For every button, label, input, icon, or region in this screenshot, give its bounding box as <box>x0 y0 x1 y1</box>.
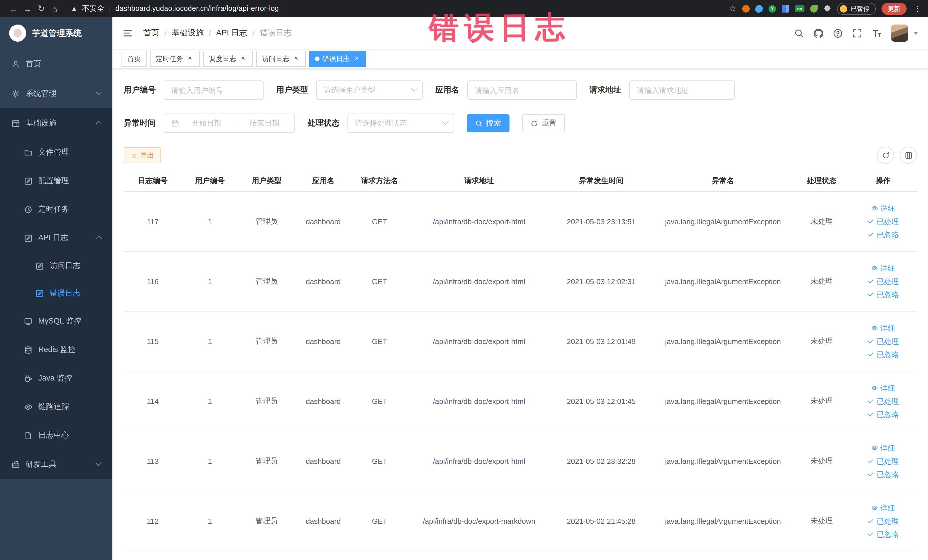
tab-job-log[interactable]: 调度日志× <box>203 51 253 67</box>
action-label: 详细 <box>881 202 895 215</box>
sidebar-item-label: 基础设施 <box>26 118 56 128</box>
sidebar-item-mysql[interactable]: MySQL 监控 <box>0 307 112 336</box>
help-icon[interactable] <box>833 28 843 38</box>
detail-link[interactable]: 详细 <box>852 381 914 395</box>
search-button-label: 搜索 <box>486 118 501 128</box>
media-paused-chip[interactable]: 已暂停 <box>837 3 876 15</box>
sidebar-item-job[interactable]: 定时任务 <box>0 195 112 224</box>
app-name-input[interactable] <box>467 81 577 100</box>
action-label: 已忽略 <box>877 468 899 481</box>
browser-menu-dots-icon[interactable]: ⋮ <box>913 4 922 13</box>
hamburger-icon[interactable] <box>123 28 133 38</box>
tab-close-icon[interactable]: × <box>239 55 247 63</box>
tab-close-icon[interactable]: × <box>292 55 300 63</box>
app-logo-row[interactable]: 芋道管理系统 <box>0 17 112 49</box>
extension-droplet-icon[interactable] <box>756 5 763 12</box>
home-icon[interactable]: ⌂ <box>48 2 62 15</box>
sidebar-item-api-log[interactable]: API 日志 <box>0 224 112 252</box>
breadcrumb-item[interactable]: 基础设施 <box>172 28 204 38</box>
extension-on-icon[interactable]: on <box>795 5 804 12</box>
sidebar-item-access-log[interactable]: 访问日志 <box>0 252 112 279</box>
search-icon[interactable] <box>794 28 804 38</box>
ignored-link[interactable]: 已忽略 <box>852 468 914 481</box>
address-separator: | <box>109 4 111 13</box>
tab-access-log[interactable]: 访问日志× <box>256 51 306 67</box>
ignored-link[interactable]: 已忽略 <box>852 288 914 301</box>
detail-link[interactable]: 详细 <box>852 262 914 275</box>
forward-icon[interactable]: → <box>21 2 34 15</box>
sidebar-item-label: Java 监控 <box>38 373 72 383</box>
github-icon[interactable] <box>814 28 823 38</box>
date-range-separator: - <box>235 119 237 128</box>
cell-exception: java.lang.IllegalArgumentException <box>652 311 794 371</box>
export-button[interactable]: 导出 <box>124 147 161 163</box>
bookmark-star-icon[interactable]: ☆ <box>729 3 737 14</box>
extension-leaf-icon[interactable] <box>810 5 818 12</box>
font-size-icon[interactable] <box>872 28 882 38</box>
breadcrumb-item[interactable]: 首页 <box>143 28 159 38</box>
search-button[interactable]: 搜索 <box>467 114 510 132</box>
reset-button[interactable]: 重置 <box>522 114 565 132</box>
reload-icon[interactable]: ↻ <box>34 2 48 15</box>
sidebar-item-log-center[interactable]: 日志中心 <box>0 421 112 450</box>
extensions-puzzle-icon[interactable] <box>823 5 831 12</box>
ignored-link[interactable]: 已忽略 <box>852 407 914 421</box>
address-bar[interactable]: ▲︎ 不安全 | dashboard.yudao.iocoder.cn/infr… <box>71 3 722 14</box>
sidebar-item-system[interactable]: 系统管理 <box>0 79 112 108</box>
extension-grid-icon[interactable] <box>781 5 789 12</box>
user-id-input[interactable] <box>164 81 264 100</box>
ignored-link[interactable]: 已忽略 <box>852 228 914 241</box>
sidebar-item-dev-tools[interactable]: 研发工具 <box>0 450 112 479</box>
processed-link[interactable]: 已处理 <box>852 514 914 528</box>
cell-actions: 详细已处理已忽略 <box>850 311 917 371</box>
back-icon[interactable]: ← <box>7 2 21 15</box>
check-icon <box>867 231 875 238</box>
tab-close-icon[interactable]: × <box>353 55 360 63</box>
detail-link[interactable]: 详细 <box>852 322 914 335</box>
monitor-icon <box>24 317 32 325</box>
extension-orange-icon[interactable] <box>742 5 750 12</box>
sidebar-item-error-log[interactable]: 错误日志 <box>0 279 112 307</box>
sidebar-item-home[interactable]: 首页 <box>0 49 112 79</box>
process-status-select[interactable]: 请选择处理状态 <box>348 113 454 133</box>
sidebar-item-java[interactable]: Java 监控 <box>0 364 112 392</box>
sidebar-item-file[interactable]: 文件管理 <box>0 138 112 166</box>
request-url-input[interactable] <box>629 81 735 100</box>
tab-close-icon[interactable]: × <box>186 55 194 63</box>
ignored-link[interactable]: 已忽略 <box>852 528 914 540</box>
refresh-button[interactable] <box>877 146 894 164</box>
processed-link[interactable]: 已处理 <box>852 335 914 348</box>
sidebar-item-redis[interactable]: Redis 监控 <box>0 336 112 364</box>
sidebar-item-infra[interactable]: 基础设施 <box>0 108 112 138</box>
user-avatar[interactable] <box>891 24 908 42</box>
column-settings-button[interactable] <box>900 146 917 164</box>
processed-link[interactable]: 已处理 <box>852 455 914 468</box>
cell-actions: 详细已处理已忽略 <box>850 251 917 311</box>
detail-link[interactable]: 详细 <box>852 441 914 455</box>
detail-link[interactable]: 详细 <box>852 501 914 514</box>
detail-link[interactable]: 详细 <box>852 202 914 215</box>
date-range-picker[interactable]: 开始日期 - 结束日期 <box>164 113 295 133</box>
cell-app: dashboard <box>295 371 351 431</box>
ignored-link[interactable]: 已忽略 <box>852 348 914 361</box>
cell-method: GET <box>351 371 408 431</box>
update-button[interactable]: 更新 <box>882 3 907 15</box>
table-row: 1171管理员dashboardGET/api/infra/db-doc/exp… <box>124 191 917 251</box>
breadcrumb-item[interactable]: API 日志 <box>216 28 247 38</box>
action-label: 已忽略 <box>877 528 899 540</box>
fullscreen-icon[interactable] <box>852 28 862 38</box>
cell-app: dashboard <box>295 191 351 251</box>
sidebar-item-trace[interactable]: 链路追踪 <box>0 392 112 421</box>
sidebar-item-config[interactable]: 配置管理 <box>0 166 112 195</box>
user-type-select[interactable]: 请选择用户类型 <box>316 81 423 100</box>
cell-app: dashboard <box>295 491 351 551</box>
tab-job[interactable]: 定时任务× <box>150 51 200 67</box>
tab-error-log[interactable]: 错误日志× <box>309 51 366 67</box>
processed-link[interactable]: 已处理 <box>852 275 914 288</box>
processed-link[interactable]: 已处理 <box>852 395 914 407</box>
cell-user_type: 管理员 <box>238 491 295 551</box>
chevron-down-icon[interactable] <box>913 32 918 35</box>
tab-home[interactable]: 首页 <box>122 51 147 67</box>
processed-link[interactable]: 已处理 <box>852 215 914 228</box>
extension-y-icon[interactable]: Y <box>769 5 776 12</box>
